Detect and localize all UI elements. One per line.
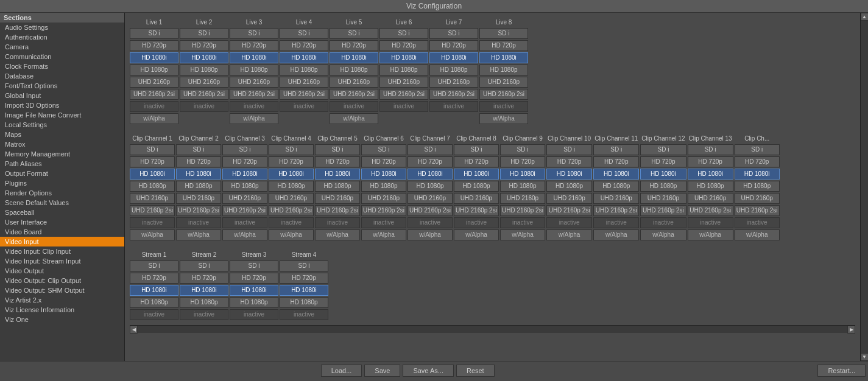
- sidebar-item-video-output--clip-output[interactable]: Video Output: Clip Output: [0, 276, 124, 285]
- clip-format-hd-1080p-12[interactable]: HD 1080p: [688, 181, 733, 192]
- sidebar-item-video-output[interactable]: Video Output: [0, 266, 124, 276]
- scroll-up-arrow[interactable]: ▲: [861, 13, 869, 21]
- format-btn-uhd-2160p[interactable]: UHD 2160p: [379, 77, 428, 88]
- clip-format-sd-i-5[interactable]: SD i: [361, 144, 406, 155]
- format-btn-hd-1080p[interactable]: HD 1080p: [330, 65, 378, 75]
- clip-format-hd-1080p-7[interactable]: HD 1080p: [454, 181, 499, 192]
- format-btn-uhd-2160p[interactable]: UHD 2160p: [330, 77, 378, 88]
- format-btn-inactive[interactable]: inactive: [330, 101, 378, 112]
- clip-walpha-btn-11[interactable]: w/Alpha: [640, 229, 686, 240]
- sidebar-item-memory-management[interactable]: Memory Management: [0, 149, 124, 159]
- clip-format-hd-1080p-4[interactable]: HD 1080p: [315, 181, 360, 192]
- stream-format-hd-1080i-1[interactable]: HD 1080i: [180, 285, 228, 296]
- stream-format-inactive-2[interactable]: inactive: [230, 309, 278, 320]
- scroll-right-arrow[interactable]: ▶: [847, 326, 855, 334]
- clip-format-inactive-11[interactable]: inactive: [640, 217, 686, 228]
- format-btn-hd-1080i[interactable]: HD 1080i: [180, 52, 228, 63]
- format-btn-sd-i[interactable]: SD i: [130, 28, 178, 39]
- clip-format-uhd-2160p-2si-1[interactable]: UHD 2160p 2si: [176, 205, 221, 216]
- format-btn-sd-i[interactable]: SD i: [180, 28, 228, 39]
- sidebar-item-scene-default-values[interactable]: Scene Default Values: [0, 198, 124, 208]
- format-btn-sd-i[interactable]: SD i: [330, 28, 378, 39]
- clip-format-sd-i-1[interactable]: SD i: [176, 144, 221, 155]
- stream-format-hd-720p-1[interactable]: HD 720p: [180, 273, 228, 284]
- stream-format-sd-i-1[interactable]: SD i: [180, 260, 228, 271]
- clip-format-inactive-0[interactable]: inactive: [130, 217, 175, 228]
- stream-format-hd-1080p-0[interactable]: HD 1080p: [130, 297, 178, 308]
- clip-format-sd-i-9[interactable]: SD i: [546, 144, 592, 155]
- sidebar-item-communication[interactable]: Communication: [0, 52, 124, 61]
- format-btn-hd-720p[interactable]: HD 720p: [130, 40, 178, 51]
- content-area[interactable]: Live 1SD iHD 720pHD 1080iHD 1080pUHD 216…: [125, 13, 860, 361]
- clip-format-hd-1080i-13[interactable]: HD 1080i: [735, 169, 780, 180]
- sidebar-item-import-3d-options[interactable]: Import 3D Options: [0, 100, 124, 110]
- clip-format-inactive-10[interactable]: inactive: [593, 217, 639, 228]
- clip-format-hd-720p-13[interactable]: HD 720p: [735, 156, 780, 167]
- reset-button[interactable]: Reset: [456, 365, 495, 377]
- clip-format-uhd-2160p-3[interactable]: UHD 2160p: [269, 193, 314, 204]
- clip-format-uhd-2160p-7[interactable]: UHD 2160p: [454, 193, 499, 204]
- walpha-btn-4[interactable]: w/Alpha: [330, 113, 378, 124]
- sidebar-item-viz-license-information[interactable]: Viz License Information: [0, 305, 124, 315]
- clip-format-hd-1080p-13[interactable]: HD 1080p: [735, 181, 780, 192]
- format-btn-inactive[interactable]: inactive: [479, 101, 528, 112]
- clip-format-inactive-5[interactable]: inactive: [361, 217, 406, 228]
- stream-format-inactive-1[interactable]: inactive: [180, 309, 228, 320]
- clip-format-inactive-7[interactable]: inactive: [454, 217, 499, 228]
- format-btn-uhd-2160p[interactable]: UHD 2160p: [429, 77, 478, 88]
- clip-walpha-btn-4[interactable]: w/Alpha: [315, 229, 360, 240]
- format-btn-hd-1080i[interactable]: HD 1080i: [130, 52, 178, 63]
- clip-format-uhd-2160p-2si-7[interactable]: UHD 2160p 2si: [454, 205, 499, 216]
- sidebar-item-audio-settings[interactable]: Audio Settings: [0, 23, 124, 32]
- clip-format-sd-i-4[interactable]: SD i: [315, 144, 360, 155]
- format-btn-uhd-2160p-2si[interactable]: UHD 2160p 2si: [130, 89, 178, 100]
- format-btn-hd-1080p[interactable]: HD 1080p: [130, 65, 178, 75]
- stream-format-sd-i-2[interactable]: SD i: [230, 260, 278, 271]
- clip-format-hd-1080i-8[interactable]: HD 1080i: [500, 169, 545, 180]
- clip-format-hd-1080p-9[interactable]: HD 1080p: [546, 181, 592, 192]
- format-btn-inactive[interactable]: inactive: [429, 101, 478, 112]
- clip-format-sd-i-11[interactable]: SD i: [640, 144, 686, 155]
- clip-format-hd-720p-8[interactable]: HD 720p: [500, 156, 545, 167]
- stream-format-hd-1080p-1[interactable]: HD 1080p: [180, 297, 228, 308]
- clip-format-hd-720p-3[interactable]: HD 720p: [269, 156, 314, 167]
- clip-format-uhd-2160p-1[interactable]: UHD 2160p: [176, 193, 221, 204]
- clip-format-uhd-2160p-2si-0[interactable]: UHD 2160p 2si: [130, 205, 175, 216]
- clip-format-hd-1080i-4[interactable]: HD 1080i: [315, 169, 360, 180]
- sidebar-item-plugins[interactable]: Plugins: [0, 178, 124, 188]
- clip-format-inactive-9[interactable]: inactive: [546, 217, 592, 228]
- sidebar-item-output-format[interactable]: Output Format: [0, 169, 124, 178]
- sidebar-item-image-file-name-convert[interactable]: Image File Name Convert: [0, 110, 124, 120]
- clip-format-sd-i-10[interactable]: SD i: [593, 144, 639, 155]
- sidebar-item-database[interactable]: Database: [0, 71, 124, 81]
- clip-format-uhd-2160p-2[interactable]: UHD 2160p: [222, 193, 267, 204]
- clip-format-hd-1080p-0[interactable]: HD 1080p: [130, 181, 175, 192]
- sidebar-item-matrox[interactable]: Matrox: [0, 139, 124, 149]
- format-btn-hd-1080p[interactable]: HD 1080p: [429, 65, 478, 75]
- clip-format-hd-1080p-5[interactable]: HD 1080p: [361, 181, 406, 192]
- clip-format-hd-1080p-2[interactable]: HD 1080p: [222, 181, 267, 192]
- sidebar-item-video-input--clip-input[interactable]: Video Input: Clip Input: [0, 246, 124, 256]
- clip-format-hd-1080i-7[interactable]: HD 1080i: [454, 169, 499, 180]
- scroll-left-arrow[interactable]: ◀: [130, 326, 138, 334]
- walpha-btn-2[interactable]: w/Alpha: [230, 113, 278, 124]
- sidebar-item-video-output--shm-output[interactable]: Video Output: SHM Output: [0, 285, 124, 295]
- clip-format-hd-720p-11[interactable]: HD 720p: [640, 156, 686, 167]
- walpha-btn-5[interactable]: [379, 113, 428, 124]
- sidebar-item-font-text-options[interactable]: Font/Text Options: [0, 81, 124, 91]
- format-btn-uhd-2160p-2si[interactable]: UHD 2160p 2si: [280, 89, 328, 100]
- clip-format-hd-1080i-1[interactable]: HD 1080i: [176, 169, 221, 180]
- clip-format-uhd-2160p-10[interactable]: UHD 2160p: [593, 193, 639, 204]
- format-btn-uhd-2160p-2si[interactable]: UHD 2160p 2si: [330, 89, 378, 100]
- clip-format-sd-i-13[interactable]: SD i: [735, 144, 780, 155]
- clip-format-hd-1080p-1[interactable]: HD 1080p: [176, 181, 221, 192]
- format-btn-hd-1080i[interactable]: HD 1080i: [379, 52, 428, 63]
- clip-format-sd-i-3[interactable]: SD i: [269, 144, 314, 155]
- stream-format-inactive-3[interactable]: inactive: [280, 309, 328, 320]
- clip-format-hd-720p-7[interactable]: HD 720p: [454, 156, 499, 167]
- clip-format-uhd-2160p-6[interactable]: UHD 2160p: [408, 193, 453, 204]
- format-btn-uhd-2160p-2si[interactable]: UHD 2160p 2si: [379, 89, 428, 100]
- format-btn-uhd-2160p-2si[interactable]: UHD 2160p 2si: [180, 89, 228, 100]
- stream-format-hd-1080i-3[interactable]: HD 1080i: [280, 285, 328, 296]
- sidebar-item-path-aliases[interactable]: Path Aliases: [0, 159, 124, 169]
